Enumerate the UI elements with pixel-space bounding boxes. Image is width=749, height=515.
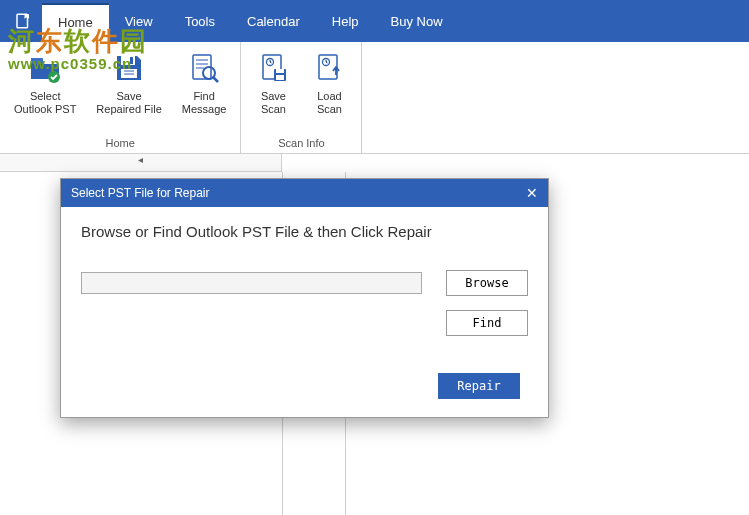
find-message-button[interactable]: Find Message <box>178 48 231 118</box>
find-button[interactable]: Find <box>446 310 528 336</box>
ribbon-label: Save Repaired File <box>96 90 161 116</box>
svg-rect-11 <box>276 69 284 73</box>
magnify-doc-icon <box>186 50 222 86</box>
svg-rect-4 <box>130 57 133 64</box>
menu-help[interactable]: Help <box>316 2 375 41</box>
dialog-title-text: Select PST File for Repair <box>71 186 210 200</box>
menu-calendar[interactable]: Calendar <box>231 2 316 41</box>
load-scan-button[interactable]: Load Scan <box>307 48 351 118</box>
pst-path-input[interactable] <box>81 272 422 294</box>
ribbon-label: Save Scan <box>261 90 286 116</box>
dialog-close-button[interactable]: ✕ <box>516 179 548 207</box>
ribbon: Select Outlook PST Save Repaired File Fi… <box>0 42 749 154</box>
save-repaired-file-button[interactable]: Save Repaired File <box>92 48 165 118</box>
close-icon: ✕ <box>526 185 538 201</box>
page-save-icon <box>255 50 291 86</box>
select-pst-dialog: Select PST File for Repair ✕ Browse or F… <box>60 178 549 418</box>
ribbon-label: Select Outlook PST <box>14 90 76 116</box>
group-label-home: Home <box>10 135 230 151</box>
panel-collapse-handle[interactable]: ◂ <box>0 154 282 172</box>
group-label-scan: Scan Info <box>251 135 351 151</box>
select-outlook-pst-button[interactable]: Select Outlook PST <box>10 48 80 118</box>
menu-view[interactable]: View <box>109 2 169 41</box>
browse-button[interactable]: Browse <box>446 270 528 296</box>
menubar: Home View Tools Calendar Help Buy Now <box>0 0 749 42</box>
menu-tools[interactable]: Tools <box>169 2 231 41</box>
floppy-save-icon <box>111 50 147 86</box>
folder-check-icon <box>27 50 63 86</box>
dialog-heading: Browse or Find Outlook PST File & then C… <box>81 223 528 240</box>
menu-buy-now[interactable]: Buy Now <box>375 2 459 41</box>
ribbon-group-home: Select Outlook PST Save Repaired File Fi… <box>0 42 241 153</box>
ribbon-label: Load Scan <box>317 90 342 116</box>
ribbon-group-scan-info: Save Scan Load Scan Scan Info <box>241 42 362 153</box>
svg-rect-12 <box>276 75 284 80</box>
dialog-titlebar: Select PST File for Repair ✕ <box>61 179 548 207</box>
save-scan-button[interactable]: Save Scan <box>251 48 295 118</box>
ribbon-label: Find Message <box>182 90 227 116</box>
page-load-icon <box>311 50 347 86</box>
repair-button[interactable]: Repair <box>438 373 520 399</box>
menu-home[interactable]: Home <box>42 3 109 42</box>
svg-rect-1 <box>31 58 43 64</box>
file-menu-icon[interactable] <box>8 8 38 34</box>
